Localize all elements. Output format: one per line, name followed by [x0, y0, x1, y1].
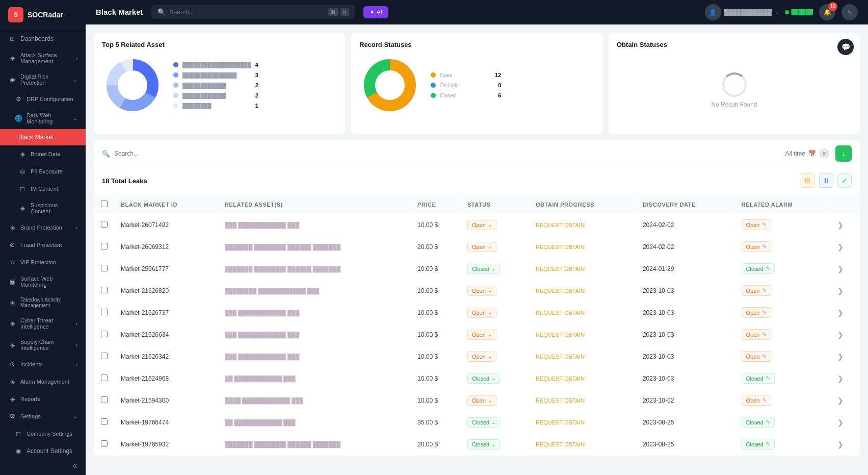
row-expand-button[interactable]: ❯	[837, 265, 844, 273]
row-checkbox[interactable]	[101, 418, 108, 425]
status-dropdown-button[interactable]: ⌄	[488, 244, 492, 249]
obtain-button[interactable]: REQUEST OBTAIN	[536, 288, 585, 294]
alarm-edit-icon[interactable]: ✎	[766, 375, 770, 382]
row-checkbox[interactable]	[101, 440, 108, 447]
row-checkbox[interactable]	[101, 309, 108, 315]
sidebar-item-vip-protection[interactable]: ☆ VIP Protection	[0, 254, 86, 271]
select-all-checkbox[interactable]	[101, 201, 108, 207]
obtain-button[interactable]: REQUEST OBTAIN	[536, 222, 585, 228]
status-dropdown-button[interactable]: ⌄	[488, 397, 492, 403]
row-expand-button[interactable]: ❯	[837, 221, 844, 229]
sidebar-item-attack-surface[interactable]: ◈ Attack Surface Management ›	[0, 47, 86, 69]
row-expand-button[interactable]: ❯	[837, 331, 844, 339]
obtain-button[interactable]: REQUEST OBTAIN	[536, 397, 585, 404]
alarm-edit-icon[interactable]: ✎	[762, 331, 767, 338]
sidebar-item-surface-web[interactable]: ▣ Surface Web Monitoring	[0, 271, 86, 292]
alarm-edit-icon[interactable]: ✎	[762, 221, 767, 228]
row-discovery-date: 2024-01-29	[637, 258, 734, 279]
row-checkbox[interactable]	[101, 243, 108, 249]
obtain-button[interactable]: REQUEST OBTAIN	[536, 266, 585, 272]
sidebar-item-incidents[interactable]: ⊙ Incidents ›	[0, 356, 86, 373]
row-expand-button[interactable]: ❯	[837, 353, 844, 361]
alarm-edit-icon[interactable]: ✎	[762, 287, 767, 294]
alarm-edit-icon[interactable]: ✎	[762, 353, 767, 360]
sidebar-item-alarm-management[interactable]: ◈ Alarm Management	[0, 373, 86, 390]
sidebar-item-dashboards[interactable]: ⊞ Dashboards	[0, 30, 86, 47]
monitor-icon: ▣	[8, 278, 16, 286]
row-checkbox[interactable]	[101, 374, 108, 381]
sidebar-item-takedown[interactable]: ◈ Takedown Activity Management	[0, 292, 86, 313]
alarm-edit-icon[interactable]: ✎	[762, 243, 767, 250]
status-dropdown-button[interactable]: ⌄	[488, 332, 492, 337]
status-dropdown-button[interactable]: ⌄	[491, 266, 495, 271]
sidebar-item-botnet-data[interactable]: ◈ Botnet Data	[0, 145, 86, 163]
clear-date-button[interactable]: ✕	[819, 148, 829, 159]
status-dropdown-button[interactable]: ⌄	[491, 441, 495, 447]
sidebar-item-reports[interactable]: ◈ Reports	[0, 390, 86, 408]
status-dropdown-button[interactable]: ⌄	[488, 288, 492, 293]
ai-button[interactable]: ✦ AI	[363, 6, 388, 18]
record-chart-title: Record Statuses	[359, 41, 594, 48]
status-dropdown-button[interactable]: ⌄	[488, 222, 492, 228]
status-dropdown-button[interactable]: ⌄	[488, 310, 492, 315]
sidebar-item-fraud-protection[interactable]: ⊘ Fraud Protection	[0, 236, 86, 254]
collapse-sidebar-button[interactable]: «	[0, 456, 86, 475]
logo-icon: S	[8, 7, 23, 22]
row-expand-button[interactable]: ❯	[837, 374, 844, 383]
alarm-edit-icon[interactable]: ✎	[766, 265, 770, 272]
legend-item-5: ████████ 1	[173, 103, 258, 109]
sidebar-item-pii-exposure[interactable]: ◎ PII Exposure	[0, 163, 86, 180]
sidebar-item-drp-config[interactable]: ⚙ DRP Configuration	[0, 90, 86, 108]
check-button[interactable]: ✓	[837, 173, 852, 188]
status-dropdown-button[interactable]: ⌄	[491, 376, 495, 381]
sidebar-item-company-settings[interactable]: ◻ Company Settings	[0, 425, 86, 442]
sidebar-item-brand-protection[interactable]: ◈ Brand Protection ›	[0, 219, 86, 236]
alarm-edit-icon[interactable]: ✎	[766, 441, 770, 447]
sidebar-item-black-market[interactable]: Black Market	[0, 129, 86, 145]
alarm-edit-icon[interactable]: ✎	[766, 419, 770, 426]
download-button[interactable]: ↓	[835, 145, 852, 162]
sidebar-item-dark-web[interactable]: 🌐 Dark Web Monitoring ⌄	[0, 108, 86, 129]
filter-button[interactable]: ⊞	[801, 173, 815, 188]
obtain-button[interactable]: REQUEST OBTAIN	[536, 376, 585, 382]
obtain-button[interactable]: REQUEST OBTAIN	[536, 354, 585, 360]
sidebar-item-cyber-threat[interactable]: ◈ Cyber Threat Intelligence ›	[0, 313, 86, 334]
obtain-button[interactable]: REQUEST OBTAIN	[536, 310, 585, 316]
sidebar-item-settings[interactable]: ⚙ Settings ⌄	[0, 408, 86, 425]
pause-button[interactable]: ⏸	[819, 173, 833, 188]
alarm-edit-icon[interactable]: ✎	[762, 309, 767, 316]
table-search-input[interactable]	[114, 150, 779, 157]
row-market-id: Market-26069312	[115, 236, 218, 257]
obtain-button[interactable]: REQUEST OBTAIN	[536, 332, 585, 338]
alarm-edit-icon[interactable]: ✎	[762, 397, 767, 404]
sidebar-item-suspicious[interactable]: ◈ Suspicious Content	[0, 197, 86, 219]
row-expand-button[interactable]: ❯	[837, 309, 844, 317]
row-checkbox[interactable]	[101, 396, 108, 403]
obtain-button[interactable]: REQUEST OBTAIN	[536, 441, 585, 447]
status-dropdown-button[interactable]: ⌄	[491, 419, 495, 425]
row-expand-button[interactable]: ❯	[837, 396, 844, 405]
sidebar-item-digital-risk[interactable]: ◉ Digital Risk Protection ⌄	[0, 69, 86, 90]
sidebar-item-account-settings[interactable]: ◉ Account Settings	[0, 442, 86, 456]
obtain-button[interactable]: REQUEST OBTAIN	[536, 419, 585, 426]
row-checkbox[interactable]	[101, 287, 108, 293]
chat-icon[interactable]: 💬	[837, 39, 854, 55]
status-dropdown-button[interactable]: ⌄	[488, 354, 492, 359]
status-badge: Closed ⌄	[467, 264, 500, 274]
obtain-button[interactable]: REQUEST OBTAIN	[536, 244, 585, 250]
row-checkbox[interactable]	[101, 265, 108, 271]
global-search-input[interactable]	[170, 9, 324, 16]
sidebar-item-im-content[interactable]: ◻ IM Content	[0, 180, 86, 197]
row-expand-button[interactable]: ❯	[837, 440, 844, 448]
sidebar-item-supply-chain[interactable]: ◈ Supply Chain Intelligence ›	[0, 334, 86, 356]
row-checkbox[interactable]	[101, 221, 108, 228]
row-expand-button[interactable]: ❯	[837, 287, 844, 295]
row-discovery-date: 2023-10-03	[637, 302, 734, 323]
row-checkbox[interactable]	[101, 331, 108, 337]
row-expand-button[interactable]: ❯	[837, 418, 844, 427]
notification-area: 🔔 19	[819, 4, 835, 20]
expand-icon[interactable]: ⤡	[841, 4, 858, 20]
row-checkbox[interactable]	[101, 353, 108, 359]
row-expand-button[interactable]: ❯	[837, 243, 844, 251]
calendar-icon[interactable]: 📅	[808, 150, 816, 157]
